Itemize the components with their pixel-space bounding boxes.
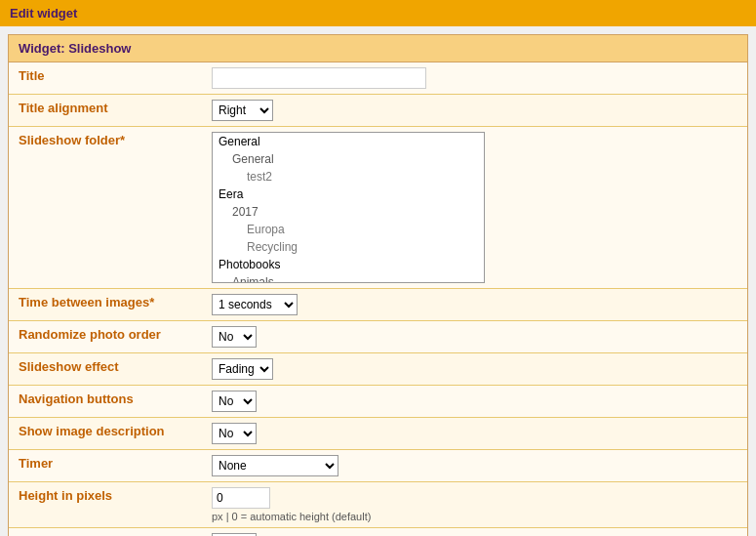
field-navigation-buttons: Navigation buttons No Yes — [9, 386, 747, 418]
widget-header-label: Widget: Slideshow — [19, 41, 131, 56]
value-slideshow-folder: General General test2 Eera 2017 Europa R… — [204, 127, 747, 289]
field-randomize-photo-order: Randomize photo order No Yes — [9, 321, 747, 353]
value-title — [204, 62, 747, 95]
show-image-description-select[interactable]: No Yes — [212, 423, 257, 444]
field-default-padding-bottom: Default padding bottom Yes No — [9, 528, 747, 537]
list-item[interactable]: Photobooks — [213, 256, 484, 273]
field-show-image-description: Show image description No Yes — [9, 418, 747, 450]
field-timer: Timer None Countdown Countup — [9, 450, 747, 482]
widget-header: Widget: Slideshow — [9, 35, 747, 62]
title-input[interactable] — [212, 67, 426, 89]
list-item[interactable]: test2 — [213, 168, 484, 186]
form-table: Title Title alignment Left Center Right — [9, 62, 747, 536]
value-show-image-description: No Yes — [204, 418, 747, 450]
time-between-images-select[interactable]: 1 seconds 2 seconds 3 seconds 5 seconds … — [212, 294, 298, 315]
label-timer: Timer — [9, 450, 204, 482]
value-time-between-images: 1 seconds 2 seconds 3 seconds 5 seconds … — [204, 289, 747, 321]
label-show-image-description: Show image description — [9, 418, 204, 450]
list-item[interactable]: Eera — [213, 186, 484, 203]
value-navigation-buttons: No Yes — [204, 386, 747, 418]
list-item[interactable]: 2017 — [213, 203, 484, 221]
list-item[interactable]: General — [213, 133, 484, 150]
label-height-in-pixels: Height in pixels — [9, 482, 204, 528]
label-navigation-buttons: Navigation buttons — [9, 386, 204, 418]
value-timer: None Countdown Countup — [204, 450, 747, 482]
slideshow-folder-listbox[interactable]: General General test2 Eera 2017 Europa R… — [212, 132, 485, 283]
title-bar-label: Edit widget — [10, 6, 77, 21]
label-slideshow-folder: Slideshow folder* — [9, 127, 204, 289]
field-slideshow-folder: Slideshow folder* General General test2 … — [9, 127, 747, 289]
field-title-alignment: Title alignment Left Center Right — [9, 95, 747, 127]
label-slideshow-effect: Slideshow effect — [9, 353, 204, 386]
label-time-between-images: Time between images* — [9, 289, 204, 321]
title-bar: Edit widget — [0, 0, 756, 26]
field-height-in-pixels: Height in pixels px | 0 = automatic heig… — [9, 482, 747, 528]
field-time-between-images: Time between images* 1 seconds 2 seconds… — [9, 289, 747, 321]
value-title-alignment: Left Center Right — [204, 95, 747, 127]
value-slideshow-effect: Fading Sliding None — [204, 353, 747, 386]
slideshow-effect-select[interactable]: Fading Sliding None — [212, 358, 273, 380]
value-height-in-pixels: px | 0 = automatic height (default) — [204, 482, 747, 528]
height-input[interactable] — [212, 487, 270, 509]
label-title: Title — [9, 62, 204, 95]
list-item[interactable]: General — [213, 150, 484, 168]
title-alignment-select[interactable]: Left Center Right — [212, 100, 273, 121]
navigation-buttons-select[interactable]: No Yes — [212, 391, 257, 412]
list-item[interactable]: Recycling — [213, 238, 484, 256]
height-hint: px | 0 = automatic height (default) — [212, 511, 739, 522]
label-randomize-photo-order: Randomize photo order — [9, 321, 204, 353]
label-default-padding-bottom: Default padding bottom — [9, 528, 204, 537]
dialog: Widget: Slideshow Title Title alignment … — [8, 34, 748, 536]
label-title-alignment: Title alignment — [9, 95, 204, 127]
field-slideshow-effect: Slideshow effect Fading Sliding None — [9, 353, 747, 386]
randomize-photo-order-select[interactable]: No Yes — [212, 326, 257, 348]
list-item[interactable]: Europa — [213, 221, 484, 238]
value-randomize-photo-order: No Yes — [204, 321, 747, 353]
list-item[interactable]: Animals — [213, 273, 484, 283]
timer-select[interactable]: None Countdown Countup — [212, 455, 338, 476]
value-default-padding-bottom: Yes No — [204, 528, 747, 537]
field-title: Title — [9, 62, 747, 95]
